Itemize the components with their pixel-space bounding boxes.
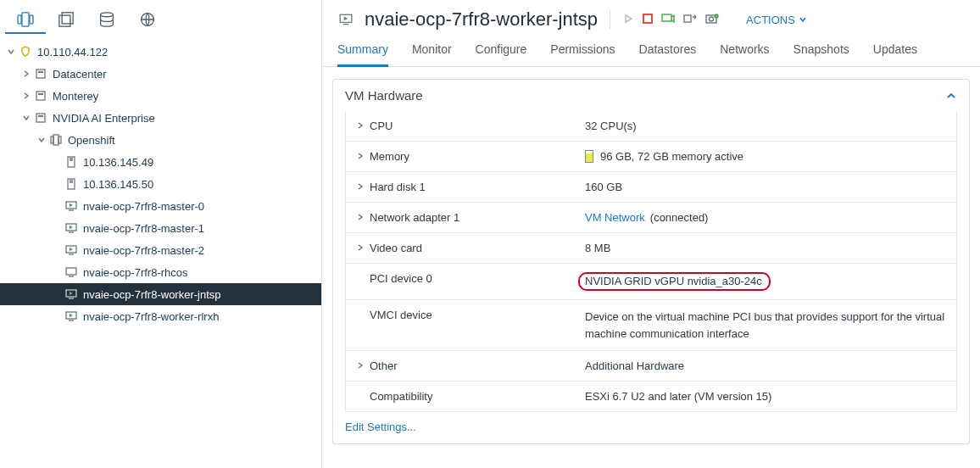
tab-summary[interactable]: Summary — [337, 37, 388, 67]
tab-snapshots[interactable]: Snapshots — [793, 37, 849, 67]
chevron-right-icon — [356, 150, 365, 163]
chevron-right-icon[interactable] — [20, 90, 32, 102]
tab-datastores[interactable]: Datastores — [639, 37, 697, 67]
hw-video-value: 8 MB — [585, 242, 946, 254]
vm-running-icon — [64, 221, 78, 235]
hw-memory-row[interactable]: Memory 96 GB, 72 GB memory active — [346, 142, 956, 172]
tree-label: nvaie-ocp-7rfr8-master-0 — [83, 200, 204, 213]
hw-other-row[interactable]: Other Additional Hardware — [346, 351, 956, 382]
quick-actions — [622, 13, 719, 27]
hw-compat-row: Compatibility ESXi 6.7 U2 and later (VM … — [346, 382, 956, 411]
tree-label: nvaie-ocp-7rfr8-master-1 — [83, 222, 204, 235]
vm-running-icon — [64, 243, 78, 257]
hw-network-row[interactable]: Network adapter 1 VM Network (connected) — [346, 203, 956, 233]
tree-label: nvaie-ocp-7rfr8-rhcos — [83, 266, 188, 279]
tree-vm-rhcos[interactable]: nvaie-ocp-7rfr8-rhcos — [0, 261, 321, 283]
hw-cpu-label: CPU — [370, 120, 393, 132]
tree-label: NVIDIA AI Enterprise — [53, 112, 155, 125]
tree-nvidia-ai[interactable]: NVIDIA AI Enterprise — [0, 107, 321, 129]
vm-running-icon — [339, 13, 353, 26]
tab-networks[interactable]: Networks — [720, 37, 769, 67]
edit-settings-link[interactable]: Edit Settings... — [333, 412, 969, 443]
vms-templates-tab[interactable] — [46, 7, 86, 34]
hw-pci-row: PCI device 0 NVIDIA GRID vGPU nvidia_a30… — [346, 264, 956, 300]
tab-monitor[interactable]: Monitor — [412, 37, 452, 67]
tree-label: nvaie-ocp-7rfr8-worker-rlrxh — [83, 310, 219, 323]
svg-rect-2 — [30, 15, 33, 24]
hw-video-row[interactable]: Video card 8 MB — [346, 233, 956, 264]
tree-vm-master-2[interactable]: nvaie-ocp-7rfr8-master-2 — [0, 239, 321, 261]
hw-network-label: Network adapter 1 — [370, 211, 459, 224]
tree-label: 10.136.145.50 — [83, 178, 153, 191]
hw-vmci-value: Device on the virtual machine PCI bus th… — [585, 309, 946, 342]
chevron-down-icon[interactable] — [36, 134, 47, 146]
tree-vm-master-1[interactable]: nvaie-ocp-7rfr8-master-1 — [0, 217, 321, 239]
svg-rect-21 — [66, 268, 76, 275]
object-header: nvaie-ocp-7rfr8-worker-jntsp ACTIONS — [322, 0, 980, 31]
vms-icon — [58, 12, 74, 27]
chevron-right-icon[interactable] — [20, 68, 32, 80]
tab-configure[interactable]: Configure — [476, 37, 527, 67]
hw-memory-label: Memory — [370, 150, 409, 163]
tree-datacenter[interactable]: Datacenter — [0, 63, 321, 85]
chevron-right-icon — [356, 120, 365, 132]
launch-console-icon[interactable] — [661, 13, 675, 27]
tree-label: 10.110.44.122 — [37, 46, 108, 58]
actions-label: ACTIONS — [746, 14, 795, 26]
tree-vm-worker-jntsp[interactable]: nvaie-ocp-7rfr8-worker-jntsp — [0, 283, 321, 305]
svg-rect-26 — [662, 14, 671, 21]
chevron-right-icon — [356, 211, 365, 224]
card-header[interactable]: VM Hardware — [333, 80, 969, 111]
tab-updates[interactable]: Updates — [873, 37, 917, 67]
vm-running-icon — [64, 287, 78, 301]
tree-label: nvaie-ocp-7rfr8-master-2 — [83, 244, 204, 257]
hw-other-value: Additional Hardware — [585, 359, 946, 372]
svg-rect-1 — [18, 15, 21, 24]
detail-tabs: Summary Monitor Configure Permissions Da… — [322, 31, 980, 67]
migrate-icon[interactable] — [683, 13, 697, 27]
svg-rect-8 — [38, 71, 43, 73]
svg-rect-3 — [59, 15, 70, 26]
hw-memory-value: 96 GB, 72 GB memory active — [600, 150, 743, 163]
tree-host-1[interactable]: 10.136.145.49 — [0, 151, 321, 173]
vm-hardware-card: VM Hardware CPU 32 CPU(s) Memory — [332, 79, 970, 444]
hw-disk-row[interactable]: Hard disk 1 160 GB — [346, 172, 956, 203]
svg-point-29 — [710, 17, 714, 21]
hw-cpu-row[interactable]: CPU 32 CPU(s) — [346, 111, 956, 142]
storage-tab[interactable] — [86, 7, 127, 34]
tree-host-2[interactable]: 10.136.145.50 — [0, 173, 321, 195]
hw-vmci-row: VMCI device Device on the virtual machin… — [346, 300, 956, 351]
svg-rect-7 — [36, 70, 45, 78]
tree-vcenter-root[interactable]: 10.110.44.122 — [0, 41, 321, 63]
tree-vm-worker-rlrxh[interactable]: nvaie-ocp-7rfr8-worker-rlrxh — [0, 305, 321, 327]
tree-label: Monterey — [53, 90, 98, 103]
snapshot-icon[interactable] — [705, 13, 719, 27]
network-link[interactable]: VM Network — [585, 211, 645, 224]
svg-rect-0 — [22, 13, 29, 26]
hosts-icon — [17, 12, 34, 27]
vm-icon — [64, 265, 78, 279]
svg-rect-25 — [643, 14, 652, 23]
actions-menu[interactable]: ACTIONS — [746, 14, 807, 26]
hosts-clusters-tab[interactable] — [5, 7, 46, 34]
power-on-icon[interactable] — [622, 13, 634, 27]
tree-label: Openshift — [68, 134, 115, 147]
hw-cpu-value: 32 CPU(s) — [585, 120, 946, 132]
chevron-down-icon[interactable] — [20, 112, 32, 124]
chevron-down-icon[interactable] — [5, 46, 17, 58]
tab-permissions[interactable]: Permissions — [550, 37, 615, 67]
tree-monterey[interactable]: Monterey — [0, 85, 321, 107]
networking-tab[interactable] — [127, 7, 168, 34]
vm-running-icon — [64, 309, 78, 323]
power-off-icon[interactable] — [643, 14, 653, 26]
inventory-tree: 10.110.44.122 Datacenter Monterey NVIDIA… — [0, 34, 321, 327]
svg-point-5 — [101, 13, 114, 17]
tree-openshift-cluster[interactable]: Openshift — [0, 129, 321, 151]
hw-compat-value: ESXi 6.7 U2 and later (VM version 15) — [585, 390, 946, 403]
svg-rect-12 — [38, 115, 43, 117]
cluster-icon — [49, 133, 63, 147]
card-title: VM Hardware — [345, 88, 423, 103]
tree-vm-master-0[interactable]: nvaie-ocp-7rfr8-master-0 — [0, 195, 321, 217]
hw-pci-label: PCI device 0 — [370, 272, 432, 285]
chevron-right-icon — [356, 359, 365, 372]
